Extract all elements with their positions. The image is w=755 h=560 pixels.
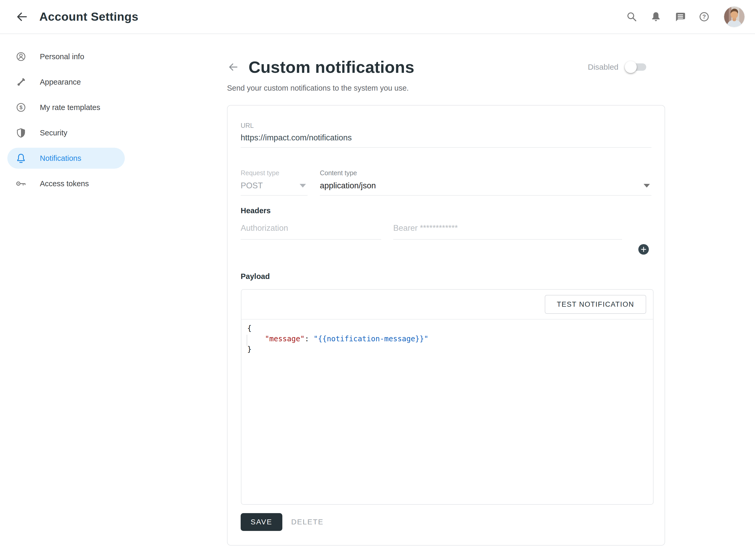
request-type-value: POST xyxy=(241,181,263,191)
code-colon: : xyxy=(305,335,313,343)
headers-section-title: Headers xyxy=(241,206,271,215)
sidebar-item-access-tokens[interactable]: Access tokens xyxy=(7,173,125,194)
indent-guide xyxy=(247,335,247,346)
chevron-down-icon xyxy=(299,184,306,187)
sidebar-item-security[interactable]: Security xyxy=(7,122,125,143)
bell-icon xyxy=(15,153,27,164)
sidebar-item-label: Security xyxy=(40,128,67,137)
arrow-left-icon xyxy=(227,61,239,73)
header-value-input[interactable] xyxy=(393,221,622,240)
notification-form-card: URL Request type POST Content type appli… xyxy=(227,105,665,546)
search-button[interactable] xyxy=(625,11,638,23)
top-app-bar: Account Settings ? xyxy=(0,0,755,34)
sidebar-item-label: Access tokens xyxy=(40,179,89,188)
chat-icon xyxy=(674,11,686,23)
add-header-button[interactable] xyxy=(638,244,649,255)
content-type-label: Content type xyxy=(320,169,652,177)
back-button[interactable] xyxy=(15,9,30,24)
search-icon xyxy=(626,11,638,23)
key-icon xyxy=(15,178,27,189)
test-notification-button[interactable]: TEST NOTIFICATION xyxy=(545,295,646,314)
code-open-brace: { xyxy=(247,324,252,333)
sidebar-item-label: Appearance xyxy=(40,78,81,86)
payload-toolbar: TEST NOTIFICATION xyxy=(241,290,653,320)
sidebar-item-my-rate-templates[interactable]: $ My rate templates xyxy=(7,97,125,118)
page-back-button[interactable] xyxy=(227,61,239,73)
arrow-left-icon xyxy=(15,9,30,24)
code-indent xyxy=(247,335,265,343)
svg-text:$: $ xyxy=(19,104,22,110)
delete-button[interactable]: DELETE xyxy=(291,518,324,526)
avatar[interactable] xyxy=(724,6,744,27)
sidebar-item-appearance[interactable]: Appearance xyxy=(7,72,125,93)
content-type-select[interactable]: Content type application/json xyxy=(320,169,652,196)
chevron-down-icon xyxy=(644,184,650,187)
code-close-brace: } xyxy=(247,345,252,354)
brush-icon xyxy=(15,76,27,88)
notifications-button[interactable] xyxy=(650,11,662,23)
shield-icon xyxy=(15,127,27,139)
help-icon: ? xyxy=(698,11,710,23)
svg-text:?: ? xyxy=(702,13,706,20)
payload-code-area[interactable]: { "message": "{{notification-message}}" … xyxy=(241,320,653,501)
code-value: "{{notification-message}}" xyxy=(313,335,428,343)
save-button[interactable]: SAVE xyxy=(241,513,282,531)
toggle-label: Disabled xyxy=(588,63,618,72)
request-type-select[interactable]: Request type POST xyxy=(241,169,308,196)
sidebar-item-personal-info[interactable]: Personal info xyxy=(7,46,125,67)
sidebar-item-label: My rate templates xyxy=(40,103,100,112)
sidebar-item-label: Notifications xyxy=(40,154,81,163)
plus-icon xyxy=(640,246,647,253)
person-circle-icon xyxy=(15,51,27,62)
main-content: Custom notifications Disabled Send your … xyxy=(131,34,755,560)
payload-section-title: Payload xyxy=(241,272,270,281)
messages-button[interactable] xyxy=(674,11,686,23)
sidebar-item-label: Personal info xyxy=(40,53,84,61)
sidebar-item-notifications[interactable]: Notifications xyxy=(7,148,125,169)
help-button[interactable]: ? xyxy=(698,11,711,23)
url-input[interactable] xyxy=(241,129,652,148)
header-name-input[interactable] xyxy=(241,221,381,240)
request-type-label: Request type xyxy=(241,169,308,177)
dollar-circle-icon: $ xyxy=(15,102,27,113)
enable-toggle[interactable] xyxy=(626,63,646,71)
bell-icon xyxy=(650,11,662,23)
payload-editor: TEST NOTIFICATION { "message": "{{notifi… xyxy=(241,289,654,505)
app-title: Account Settings xyxy=(39,10,138,24)
page-title: Custom notifications xyxy=(249,58,414,77)
code-key: "message" xyxy=(265,335,305,343)
page-subtitle: Send your custom notifications to the sy… xyxy=(227,84,665,93)
content-type-value: application/json xyxy=(320,181,376,191)
toggle-knob xyxy=(625,61,637,73)
url-label: URL xyxy=(241,122,652,129)
settings-sidebar: Personal info Appearance $ My rate templ… xyxy=(0,34,131,560)
